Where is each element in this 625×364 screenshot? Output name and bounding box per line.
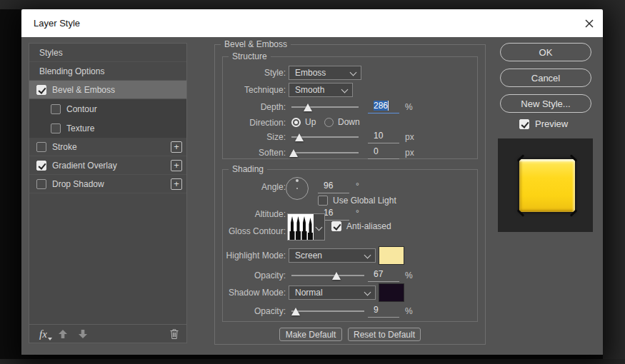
slider-thumb[interactable] [332, 272, 341, 280]
highlight-color-swatch[interactable] [379, 246, 404, 265]
technique-dropdown[interactable]: Smooth [289, 83, 353, 97]
slider-thumb[interactable] [304, 103, 312, 111]
size-slider[interactable] [291, 130, 359, 144]
sidebar-footer: fx [29, 324, 186, 343]
preview-thumbnail [498, 138, 593, 232]
shadow-opacity-label: Opacity: [223, 304, 286, 318]
sidebar-item-drop-shadow[interactable]: Drop Shadow + [29, 175, 186, 193]
gloss-contour-picker[interactable] [287, 213, 325, 241]
slider-track[interactable] [291, 275, 364, 276]
slider-thumb[interactable] [291, 308, 300, 315]
radio-selected-icon[interactable] [291, 118, 301, 127]
plus-icon[interactable]: + [171, 178, 182, 190]
make-default-button[interactable]: Make Default [279, 328, 342, 341]
size-value: 10 [374, 131, 383, 141]
depth-input[interactable]: 286 [368, 101, 399, 113]
checkbox-checked-icon[interactable] [36, 161, 46, 171]
plus-icon[interactable]: + [171, 160, 182, 171]
slider-thumb[interactable] [295, 133, 304, 141]
preview-option[interactable]: Preview [519, 118, 568, 129]
sidebar-item-texture[interactable]: Texture [29, 118, 186, 138]
fx-menu-button[interactable]: fx [39, 327, 47, 341]
move-down-icon[interactable] [79, 330, 87, 338]
background-right [603, 0, 625, 364]
structure-section: Structure Style: Emboss Technique: Smoot… [222, 56, 478, 159]
shadow-opacity-input[interactable]: 9 [368, 305, 399, 318]
soften-input[interactable]: 0 [368, 146, 399, 159]
checkbox-unchecked-icon[interactable] [36, 142, 46, 152]
technique-value: Smooth [295, 85, 324, 95]
sidebar-item-gradient-overlay[interactable]: Gradient Overlay + [29, 156, 186, 175]
sidebar-item-bevel-emboss[interactable]: Bevel & Emboss [29, 81, 186, 99]
shading-section: Shading Angle: 96 ° Use Global Light Alt… [222, 169, 478, 322]
sidebar-item-contour[interactable]: Contour [29, 99, 186, 118]
size-input[interactable]: 10 [368, 131, 399, 143]
gloss-contour-thumbnail [288, 214, 314, 240]
shadow-color-swatch[interactable] [379, 283, 404, 302]
sidebar-item-label: Stroke [52, 142, 77, 152]
direction-up-option[interactable]: Up [291, 117, 316, 127]
checkbox-unchecked-icon[interactable] [51, 123, 61, 133]
shadow-opacity-slider[interactable] [291, 304, 364, 318]
soften-slider[interactable] [291, 146, 359, 160]
slider-thumb[interactable] [289, 149, 298, 157]
depth-label: Depth: [223, 100, 286, 114]
soften-unit: px [405, 146, 414, 160]
checkbox-checked-icon[interactable] [519, 119, 529, 129]
checkbox-unchecked-icon[interactable] [51, 104, 61, 114]
radio-unselected-icon[interactable] [324, 118, 334, 127]
slider-track[interactable] [291, 106, 359, 108]
angle-input[interactable]: 96 [318, 181, 349, 193]
checkbox-checked-icon[interactable] [331, 221, 341, 231]
checkbox-checked-icon[interactable] [36, 85, 46, 95]
anti-aliased-label: Anti-aliased [346, 221, 391, 231]
highlight-mode-dropdown[interactable]: Screen [289, 248, 376, 263]
sidebar-item-blending-options[interactable]: Blending Options [29, 62, 186, 81]
gloss-contour-label: Gloss Contour: [223, 224, 286, 238]
new-style-button[interactable]: New Style... [500, 94, 591, 113]
chevron-down-icon [341, 86, 349, 93]
sidebar-item-stroke[interactable]: Stroke + [29, 138, 186, 156]
sidebar-item-styles[interactable]: Styles [29, 44, 186, 62]
fx-label: fx [39, 328, 47, 340]
shadow-mode-dropdown[interactable]: Normal [289, 285, 376, 300]
style-value: Emboss [295, 68, 326, 78]
altitude-value: 16 [324, 208, 333, 218]
layer-style-dialog: Layer Style Styles Blending Options [21, 9, 603, 355]
highlight-opacity-input[interactable]: 67 [368, 269, 399, 282]
angle-dial[interactable] [286, 177, 309, 200]
anti-aliased-option[interactable]: Anti-aliased [331, 221, 391, 231]
background-bottom [0, 359, 625, 364]
use-global-light-label: Use Global Light [333, 196, 396, 206]
dialog-titlebar[interactable]: Layer Style [21, 9, 603, 37]
cancel-button[interactable]: Cancel [500, 69, 591, 87]
trash-icon[interactable] [169, 328, 179, 343]
style-dropdown[interactable]: Emboss [289, 66, 361, 80]
move-up-icon[interactable] [59, 330, 67, 338]
close-icon[interactable] [583, 17, 596, 30]
background-top [0, 0, 625, 9]
slider-track[interactable] [291, 152, 359, 153]
shadow-opacity-value: 9 [374, 305, 379, 315]
checkbox-unchecked-icon[interactable] [318, 196, 328, 206]
angle-dial-pointer[interactable] [296, 179, 299, 182]
ok-button[interactable]: OK [500, 43, 591, 61]
slider-track[interactable] [291, 310, 364, 312]
preview-label: Preview [535, 118, 568, 129]
sidebar-item-label: Texture [66, 123, 94, 133]
screen: Layer Style Styles Blending Options [0, 0, 625, 364]
sidebar-item-label: Blending Options [39, 66, 104, 76]
shadow-mode-label: Shadow Mode: [223, 285, 286, 300]
technique-label: Technique: [223, 83, 286, 97]
use-global-light-option[interactable]: Use Global Light [318, 196, 396, 206]
direction-up-label: Up [305, 117, 316, 127]
checkbox-unchecked-icon[interactable] [36, 179, 46, 189]
plus-icon[interactable]: + [171, 141, 182, 153]
highlight-opacity-value: 67 [374, 269, 383, 279]
reset-to-default-button[interactable]: Reset to Default [348, 328, 421, 341]
direction-down-option[interactable]: Down [324, 117, 360, 127]
bevel-emboss-panel: Bevel & Emboss Structure Style: Emboss T… [214, 44, 486, 345]
depth-slider[interactable] [291, 100, 359, 114]
panel-title: Bevel & Emboss [221, 39, 291, 49]
highlight-opacity-slider[interactable] [291, 268, 364, 283]
